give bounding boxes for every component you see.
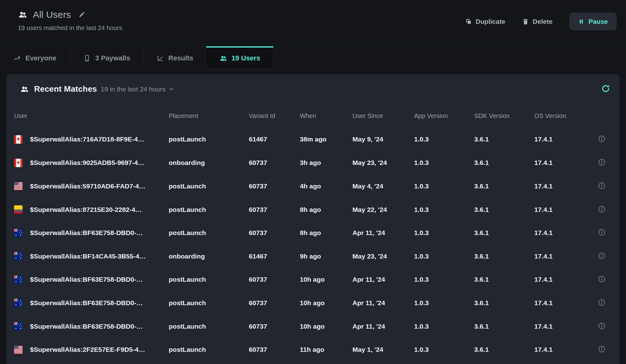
os-version-value: 17.4.1 bbox=[534, 323, 584, 330]
user-alias: $SuperwallAlias:BF14CA45-3B55-4… bbox=[30, 253, 146, 260]
trash-icon bbox=[522, 18, 529, 25]
user-alias: $SuperwallAlias:2F2E57EE-F9D5-4… bbox=[30, 346, 145, 353]
app-version-value: 1.0.3 bbox=[414, 159, 474, 167]
info-icon bbox=[598, 182, 606, 190]
chevron-down-icon bbox=[168, 86, 174, 92]
variant-id-value: 60737 bbox=[249, 229, 300, 237]
placement-value: postLaunch bbox=[169, 346, 249, 353]
table-row-partial bbox=[6, 361, 620, 364]
table-row[interactable]: $SuperwallAlias:87215E30-2282-4… postLau… bbox=[6, 198, 620, 221]
flag-au-icon bbox=[14, 252, 23, 260]
table-row[interactable]: $SuperwallAlias:BF63E758-DBD0-… postLaun… bbox=[6, 221, 620, 244]
table-row[interactable]: $SuperwallAlias:2F2E57EE-F9D5-4… postLau… bbox=[6, 338, 620, 361]
sdk-version-value: 3.6.1 bbox=[474, 182, 534, 190]
app-version-value: 1.0.3 bbox=[414, 323, 474, 330]
title-block: All Users 19 users matched in the last 2… bbox=[18, 9, 122, 32]
table-row[interactable]: $SuperwallAlias:59710AD6-FAD7-4… postLau… bbox=[6, 174, 620, 198]
tab-results[interactable]: Results bbox=[144, 46, 206, 69]
user-alias: $SuperwallAlias:716A7D18-8F9E-4… bbox=[30, 136, 144, 143]
flag-au-icon bbox=[14, 299, 23, 307]
os-version-value: 17.4.1 bbox=[534, 299, 584, 307]
user-since-value: May 4, '24 bbox=[352, 182, 414, 190]
sdk-version-value: 3.6.1 bbox=[474, 323, 534, 330]
duplicate-label: Duplicate bbox=[476, 18, 505, 25]
flag-ca-icon bbox=[14, 159, 23, 167]
pencil-icon bbox=[79, 11, 85, 18]
os-version-value: 17.4.1 bbox=[534, 159, 584, 167]
app-version-value: 1.0.3 bbox=[414, 229, 474, 237]
app-version-value: 1.0.3 bbox=[414, 299, 474, 307]
tab-paywalls[interactable]: 3 Paywalls bbox=[70, 46, 144, 69]
user-since-value: Apr 11, '24 bbox=[352, 229, 414, 237]
row-info-button[interactable] bbox=[598, 299, 606, 307]
info-icon bbox=[598, 228, 606, 236]
sdk-version-value: 3.6.1 bbox=[474, 346, 534, 353]
row-info-button[interactable] bbox=[598, 135, 606, 144]
sdk-version-value: 3.6.1 bbox=[474, 253, 534, 260]
os-version-value: 17.4.1 bbox=[534, 253, 584, 260]
table-row[interactable]: $SuperwallAlias:9025ADB5-9697-4… onboard… bbox=[6, 151, 620, 175]
row-info-button[interactable] bbox=[598, 182, 606, 191]
row-info-button[interactable] bbox=[598, 228, 606, 237]
phone-icon bbox=[83, 54, 91, 62]
matched-subtitle: 19 users matched in the last 24 hours bbox=[18, 24, 122, 32]
app-version-value: 1.0.3 bbox=[414, 206, 474, 213]
column-header-os-version: OS Version bbox=[534, 112, 584, 120]
info-icon bbox=[598, 322, 606, 330]
table-row[interactable]: $SuperwallAlias:BF63E758-DBD0-… postLaun… bbox=[6, 315, 620, 338]
table-row[interactable]: $SuperwallAlias:BF63E758-DBD0-… postLaun… bbox=[6, 268, 620, 291]
sdk-version-value: 3.6.1 bbox=[474, 206, 534, 213]
tab-users[interactable]: 19 Users bbox=[206, 46, 274, 69]
pause-button[interactable]: Pause bbox=[569, 13, 617, 30]
table-row[interactable]: $SuperwallAlias:716A7D18-8F9E-4… postLau… bbox=[6, 128, 620, 151]
app-version-value: 1.0.3 bbox=[414, 276, 474, 283]
flag-au-icon bbox=[14, 229, 23, 237]
row-info-button[interactable] bbox=[598, 275, 606, 284]
table-row[interactable]: $SuperwallAlias:BF63E758-DBD0-… postLaun… bbox=[6, 291, 620, 315]
pause-icon bbox=[578, 18, 584, 25]
user-alias: $SuperwallAlias:BF63E758-DBD0-… bbox=[30, 276, 143, 283]
variant-id-value: 61467 bbox=[249, 136, 300, 143]
flag-au-icon bbox=[14, 275, 23, 284]
delete-button[interactable]: Delete bbox=[522, 18, 552, 25]
app-version-value: 1.0.3 bbox=[414, 253, 474, 260]
row-info-button[interactable] bbox=[598, 205, 606, 214]
refresh-icon bbox=[601, 84, 610, 93]
sdk-version-value: 3.6.1 bbox=[474, 136, 534, 143]
sdk-version-value: 3.6.1 bbox=[474, 229, 534, 237]
column-header-user: User bbox=[6, 112, 169, 120]
placement-value: postLaunch bbox=[169, 276, 249, 283]
tab-paywalls-label: 3 Paywalls bbox=[95, 54, 130, 62]
row-info-button[interactable] bbox=[598, 252, 606, 261]
user-alias: $SuperwallAlias:9025ADB5-9697-4… bbox=[30, 159, 144, 167]
os-version-value: 17.4.1 bbox=[534, 206, 584, 213]
when-value: 38m ago bbox=[300, 136, 352, 143]
row-info-button[interactable] bbox=[598, 322, 606, 331]
time-range-dropdown[interactable]: 19 in the last 24 hours bbox=[101, 85, 175, 93]
row-info-button[interactable] bbox=[598, 158, 606, 167]
when-value: 10h ago bbox=[300, 276, 352, 283]
edit-title-button[interactable] bbox=[79, 11, 85, 19]
duplicate-button[interactable]: Duplicate bbox=[465, 18, 505, 25]
card-title: Recent Matches bbox=[34, 84, 97, 94]
user-since-value: May 9, '24 bbox=[352, 136, 414, 143]
tab-everyone-label: Everyone bbox=[25, 54, 56, 62]
tabbar: Everyone 3 Paywalls Results 19 Users bbox=[0, 46, 626, 69]
row-info-button[interactable] bbox=[598, 345, 606, 354]
users-icon bbox=[18, 10, 27, 19]
table-header-row: User Placement Variant Id When User Sinc… bbox=[6, 104, 620, 128]
placement-value: postLaunch bbox=[169, 229, 249, 237]
placement-value: postLaunch bbox=[169, 182, 249, 190]
table-row[interactable]: $SuperwallAlias:BF14CA45-3B55-4… onboard… bbox=[6, 244, 620, 268]
variant-id-value: 60737 bbox=[249, 182, 300, 190]
chart-icon bbox=[156, 54, 164, 62]
user-alias: $SuperwallAlias:BF63E758-DBD0-… bbox=[30, 299, 143, 307]
refresh-button[interactable] bbox=[601, 84, 610, 94]
time-range-label: 19 in the last 24 hours bbox=[101, 85, 166, 93]
tab-everyone[interactable]: Everyone bbox=[0, 46, 70, 69]
os-version-value: 17.4.1 bbox=[534, 229, 584, 237]
column-header-when: When bbox=[300, 112, 352, 120]
user-since-value: Apr 11, '24 bbox=[352, 276, 414, 283]
user-alias: $SuperwallAlias:87215E30-2282-4… bbox=[30, 206, 142, 213]
os-version-value: 17.4.1 bbox=[534, 276, 584, 283]
